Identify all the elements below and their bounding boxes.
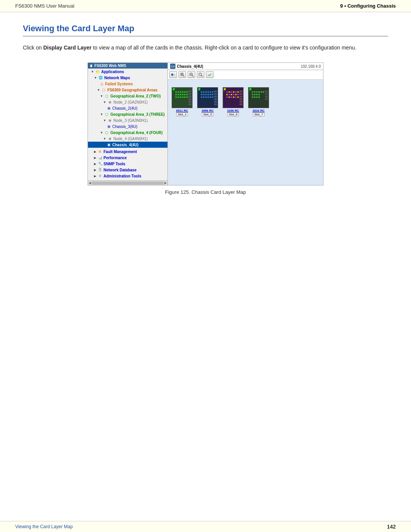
svg-rect-75 — [235, 94, 237, 96]
svg-rect-14 — [177, 91, 179, 93]
tree-item-node-3[interactable]: ▼ ◉ Node_3 (GA3N0H1) — [88, 117, 167, 123]
card-3196-name[interactable]: 3196 RC — [227, 109, 239, 112]
tree-item-fs6300-geo[interactable]: ▼ ⬡ FS6300 Geographical Areas — [88, 87, 167, 93]
tree-item-chassis-3[interactable]: ▣ Chassis_3(6U) — [88, 123, 167, 129]
toolbar-connect-btn[interactable] — [169, 71, 177, 78]
expand-icon: ▶ — [94, 156, 96, 160]
svg-rect-73 — [231, 94, 232, 96]
card-3096-image[interactable]: ✓ — [197, 87, 218, 108]
tree-horizontal-scrollbar[interactable]: ◀ ▶ — [88, 181, 167, 185]
svg-rect-44 — [212, 91, 213, 93]
chassis-2-label: Chassis_2(4U) — [112, 106, 137, 110]
svg-rect-91 — [252, 91, 253, 93]
failed-systems-icon: ⚠ — [99, 81, 104, 86]
svg-rect-35 — [188, 101, 191, 103]
svg-rect-82 — [237, 97, 239, 98]
card-6511-image[interactable]: ✓ — [172, 87, 193, 108]
svg-rect-100 — [258, 94, 260, 96]
admin-tools-label: Administration Tools — [104, 174, 141, 178]
card-2616-image[interactable]: ✓ — [248, 87, 269, 108]
scroll-right-btn[interactable]: ▶ — [164, 181, 167, 185]
node-3-label: Node_3 (GA3N0H1) — [113, 118, 148, 123]
svg-rect-33 — [188, 96, 191, 98]
svg-rect-96 — [263, 91, 264, 93]
toolbar-zoom-fit-btn[interactable] — [188, 71, 195, 78]
expand-icon: ▼ — [100, 131, 103, 134]
toolbar-check-btn[interactable] — [206, 71, 213, 78]
chassis-2-icon: ▣ — [106, 105, 112, 111]
tree-item-performance[interactable]: ▶ 📊 Performance — [88, 155, 167, 161]
tree-item-node-4[interactable]: ▼ ◉ Node_4 (GA4N0H1) — [88, 136, 167, 142]
spacer — [97, 82, 98, 86]
slot-1-container[interactable]: ✓ — [172, 87, 193, 117]
screenshot: 🖥 FS6300 Web NMS ▼ 📁 Applications ▼ 🌐 Ne… — [88, 62, 323, 185]
scroll-track[interactable] — [92, 182, 164, 185]
tree-item-geo-area-3[interactable]: ▼ ⬡ Geographical Area_3 (THREE) — [88, 111, 167, 117]
network-maps-icon: 🌐 — [98, 75, 104, 80]
card-panel-ip: 192.168.4.0 — [301, 64, 321, 69]
slot-1-labels: 6511 RC Slot_1 — [176, 109, 188, 117]
svg-rect-83 — [239, 91, 242, 93]
geo-area-4-label: Geographical Area_4 (FOUR) — [110, 131, 162, 135]
svg-rect-86 — [239, 98, 242, 100]
chassis-4-icon: ▣ — [106, 142, 112, 147]
card-3096-name[interactable]: 3096 RC — [202, 109, 214, 112]
svg-rect-88 — [239, 104, 242, 105]
svg-rect-40 — [203, 91, 204, 93]
header-manual-title: FS6300 NMS User Manual — [15, 3, 74, 9]
expand-icon: ▼ — [97, 88, 100, 92]
fault-mgmt-icon: ⊕ — [97, 149, 103, 154]
header-chapter-name: Configuring Chassis — [347, 3, 396, 9]
card-6511-name[interactable]: 6511 RC — [176, 109, 188, 112]
tree-item-geo-area-2[interactable]: ▼ ⬡ Geographical Area_2 (TWO) — [88, 93, 167, 99]
tree-item-chassis-4[interactable]: ▣ Chassis_4(4U) — [88, 142, 167, 148]
toolbar-zoom-in-btn[interactable] — [178, 71, 186, 78]
svg-rect-81 — [235, 97, 237, 98]
tree-item-fault-mgmt[interactable]: ▶ ⊕ Fault Management — [88, 149, 167, 155]
status-ok-icon: ✓ — [249, 88, 252, 92]
geo-area-2-icon: ⬡ — [104, 93, 110, 99]
expand-icon: ▼ — [103, 137, 106, 141]
tree-item-admin-tools[interactable]: ▶ ⚙ Administration Tools — [88, 173, 167, 179]
svg-line-6 — [183, 75, 185, 77]
svg-marker-2 — [174, 74, 175, 75]
slot-7-container[interactable]: ✓ — [248, 87, 269, 117]
tree-item-snmp-tools[interactable]: ▶ 🔧 SNMP Tools — [88, 161, 167, 167]
expand-icon: ▼ — [103, 119, 106, 122]
card-2616-name[interactable]: 2616 RC — [253, 109, 265, 112]
zoom-out-icon — [198, 72, 203, 77]
svg-rect-77 — [226, 97, 228, 98]
svg-rect-94 — [258, 91, 260, 93]
tree-item-geo-area-4[interactable]: ▼ ⬡ Geographical Area_4 (FOUR) — [88, 129, 167, 136]
card-3196-image[interactable]: ! — [223, 87, 244, 108]
svg-rect-22 — [182, 94, 183, 96]
svg-rect-39 — [201, 91, 202, 93]
tree-item-applications[interactable]: ▼ 📁 Applications — [88, 69, 167, 75]
scroll-left-btn[interactable]: ◀ — [88, 181, 92, 185]
slot-6-container[interactable]: ! — [223, 87, 244, 117]
network-db-icon: 🗄 — [97, 167, 103, 173]
svg-line-11 — [201, 75, 203, 77]
toolbar-zoom-out-btn[interactable] — [197, 71, 204, 78]
description-paragraph: Click on Display Card Layer to view a ma… — [23, 43, 388, 52]
tree-item-node-2[interactable]: ▼ ◉ Node_2 (GA2N0H1) — [88, 99, 167, 105]
svg-rect-48 — [207, 94, 209, 96]
card-title-left: CH Chassis_4(4U) — [170, 64, 203, 69]
slot-5-container[interactable]: ✓ — [197, 87, 218, 117]
tree-panel[interactable]: 🖥 FS6300 Web NMS ▼ 📁 Applications ▼ 🌐 Ne… — [88, 63, 168, 185]
svg-rect-42 — [207, 91, 209, 93]
svg-rect-13 — [175, 91, 177, 93]
svg-rect-76 — [237, 94, 239, 96]
slot-7-label: Slot_7 — [253, 112, 264, 117]
tree-item-network-db[interactable]: ▶ 🗄 Network Database — [88, 167, 167, 173]
tree-item-failed-systems[interactable]: ⚠ Failed Systems — [88, 81, 167, 87]
svg-rect-78 — [228, 97, 230, 98]
footer-section-title: Viewing the Card Layer Map — [15, 524, 73, 529]
figure-caption: Figure 125. Chassis Card Layer Map — [23, 189, 388, 195]
tree-item-network-maps[interactable]: ▼ 🌐 Network Maps — [88, 75, 167, 81]
tree-item-chassis-2[interactable]: ▣ Chassis_2(4U) — [88, 105, 167, 111]
card-title-bar: CH Chassis_4(4U) 192.168.4.0 — [168, 63, 323, 70]
svg-rect-59 — [214, 96, 217, 98]
svg-rect-16 — [182, 91, 183, 93]
performance-icon: 📊 — [97, 155, 103, 160]
